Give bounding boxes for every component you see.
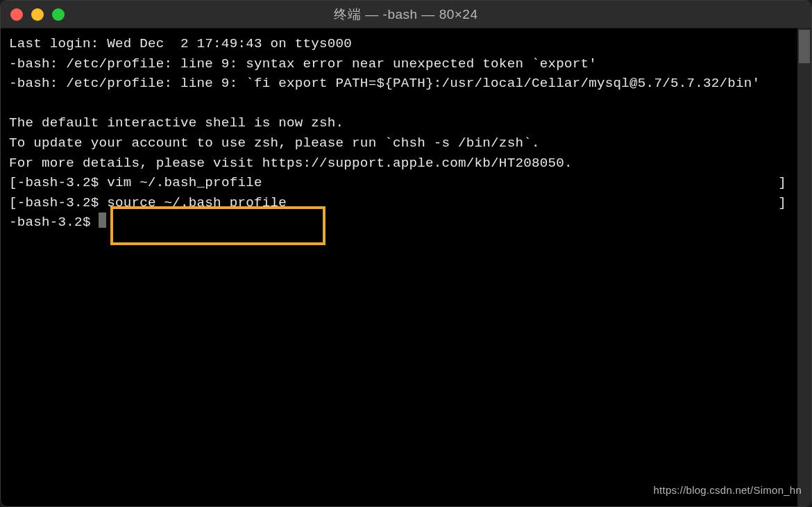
command-text: vim ~/.bash_profile — [107, 173, 262, 193]
terminal-output-line: To update your account to use zsh, pleas… — [9, 133, 803, 153]
scrollbar-thumb[interactable] — [799, 30, 810, 63]
blank-line — [9, 94, 803, 114]
terminal-window: 终端 — -bash — 80×24 Last login: Wed Dec 2… — [0, 0, 812, 507]
prompt-prefix: [-bash-3.2$ — [9, 173, 107, 193]
close-icon[interactable] — [10, 8, 23, 21]
prompt-prefix: -bash-3.2$ — [9, 213, 99, 233]
terminal-output-line: -bash: /etc/profile: line 9: syntax erro… — [9, 54, 803, 74]
terminal-body[interactable]: Last login: Wed Dec 2 17:49:43 on ttys00… — [1, 28, 811, 506]
prompt-prefix: [-bash-3.2$ — [9, 193, 107, 213]
terminal-output-line: For more details, please visit https://s… — [9, 153, 803, 174]
traffic-lights — [10, 8, 65, 21]
window-title: 终端 — -bash — 80×24 — [334, 6, 477, 24]
watermark-text: https://blog.csdn.net/Simon_hn — [654, 483, 802, 498]
minimize-icon[interactable] — [31, 8, 44, 21]
prompt-line: [-bash-3.2$ vim ~/.bash_profile] — [9, 173, 803, 193]
terminal-output-line: Last login: Wed Dec 2 17:49:43 on ttys00… — [9, 34, 803, 54]
command-text: source ~/.bash_profile — [107, 193, 287, 213]
scrollbar-track[interactable] — [797, 28, 811, 506]
prompt-line: [-bash-3.2$ source ~/.bash_profile] — [9, 193, 803, 213]
terminal-output-line: The default interactive shell is now zsh… — [9, 113, 803, 133]
maximize-icon[interactable] — [52, 8, 65, 21]
titlebar[interactable]: 终端 — -bash — 80×24 — [1, 1, 811, 28]
terminal-output-line: -bash: /etc/profile: line 9: `fi export … — [9, 74, 803, 94]
prompt-line[interactable]: -bash-3.2$ — [9, 213, 803, 233]
cursor-icon — [99, 213, 106, 228]
